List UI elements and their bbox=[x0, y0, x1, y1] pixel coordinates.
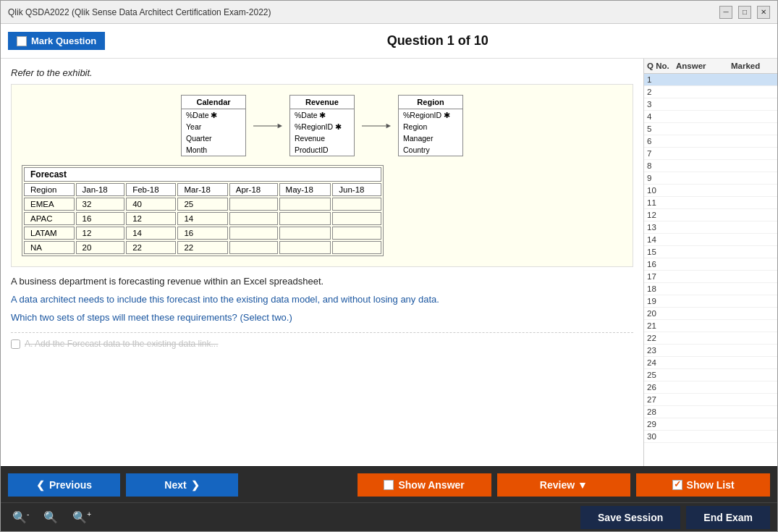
q-marked bbox=[731, 297, 774, 305]
q-num: 23 bbox=[647, 346, 676, 355]
question-list-row[interactable]: 27 bbox=[644, 394, 777, 406]
forecast-title: Forecast bbox=[24, 167, 381, 182]
question-list-row[interactable]: 10 bbox=[644, 185, 777, 197]
question-list-row[interactable]: 12 bbox=[644, 209, 777, 221]
q-marked bbox=[731, 309, 774, 318]
question-paragraph1: A business department is forecasting rev… bbox=[11, 274, 633, 290]
q-num: 12 bbox=[647, 211, 676, 219]
window-title: Qlik QSDA2022 (Qlik Sense Data Architect… bbox=[8, 7, 271, 17]
question-list-row[interactable]: 14 bbox=[644, 234, 777, 246]
question-list-row[interactable]: 20 bbox=[644, 308, 777, 320]
question-list-row[interactable]: 28 bbox=[644, 406, 777, 418]
q-num: 5 bbox=[647, 124, 676, 133]
forecast-col-jan18: Jan-18 bbox=[76, 183, 125, 196]
q-answer bbox=[676, 149, 731, 158]
q-answer bbox=[676, 383, 731, 392]
previous-label: Previous bbox=[49, 479, 92, 491]
region-row-manager: Manager bbox=[399, 132, 462, 144]
question-text: A business department is forecasting rev… bbox=[11, 274, 633, 325]
show-list-button[interactable]: ✓ Show List bbox=[636, 473, 770, 497]
q-marked bbox=[731, 346, 774, 355]
question-list-row[interactable]: 24 bbox=[644, 357, 777, 369]
q-num: 4 bbox=[647, 112, 676, 121]
question-list-row[interactable]: 13 bbox=[644, 221, 777, 234]
q-answer bbox=[676, 395, 731, 404]
answer-checkbox-partial[interactable] bbox=[11, 339, 20, 349]
question-list-row[interactable]: 7 bbox=[644, 148, 777, 160]
previous-button[interactable]: ❮ Previous bbox=[8, 473, 120, 497]
forecast-col-apr18: Apr-18 bbox=[229, 183, 278, 196]
question-list-row[interactable]: 22 bbox=[644, 332, 777, 345]
data-model-diagram: Calendar %Date ✱ Year Quarter Month Reve… bbox=[22, 95, 622, 156]
q-answer bbox=[676, 334, 731, 342]
arrow-revenue-region bbox=[362, 119, 391, 133]
right-panel: Q No. Answer Marked 12345678910111213141… bbox=[643, 59, 777, 466]
q-marked bbox=[731, 395, 774, 404]
q-marked bbox=[731, 432, 774, 441]
mark-question-label: Mark Question bbox=[31, 35, 96, 46]
review-button[interactable]: Review ▼ bbox=[497, 473, 631, 497]
question-list-row[interactable]: 25 bbox=[644, 369, 777, 381]
question-list-row[interactable]: 23 bbox=[644, 345, 777, 357]
q-num: 1 bbox=[647, 75, 676, 84]
q-answer bbox=[676, 100, 731, 109]
q-answer bbox=[676, 408, 731, 416]
question-list-row[interactable]: 15 bbox=[644, 246, 777, 258]
show-answer-button[interactable]: Show Answer bbox=[358, 473, 491, 497]
zoom-reset-button[interactable]: 🔍 bbox=[39, 509, 62, 525]
question-list-row[interactable]: 11 bbox=[644, 197, 777, 209]
question-list-row[interactable]: 8 bbox=[644, 160, 777, 172]
question-list[interactable]: 1234567891011121314151617181920212223242… bbox=[644, 74, 777, 466]
region-table-header: Region bbox=[399, 96, 462, 109]
q-num: 11 bbox=[647, 198, 676, 207]
question-list-row[interactable]: 30 bbox=[644, 431, 777, 443]
question-list-row[interactable]: 6 bbox=[644, 135, 777, 148]
q-answer bbox=[676, 420, 731, 428]
question-list-row[interactable]: 29 bbox=[644, 418, 777, 431]
q-answer bbox=[676, 346, 731, 355]
q-marked bbox=[731, 334, 774, 342]
question-list-row[interactable]: 2 bbox=[644, 86, 777, 98]
revenue-row-revenue: Revenue bbox=[290, 132, 354, 144]
zoom-out-button[interactable]: 🔍- bbox=[8, 509, 33, 525]
question-list-row[interactable]: 4 bbox=[644, 111, 777, 123]
q-answer bbox=[676, 371, 731, 379]
zoom-in-button[interactable]: 🔍+ bbox=[68, 509, 96, 525]
svg-marker-1 bbox=[278, 123, 282, 127]
svg-marker-3 bbox=[386, 123, 391, 127]
forecast-row-latam: LATAM121416 bbox=[24, 227, 381, 240]
question-list-row[interactable]: 5 bbox=[644, 123, 777, 135]
end-exam-button[interactable]: End Exam bbox=[686, 506, 770, 529]
answer-option-partial[interactable]: A. Add the Forecast data to the existing… bbox=[11, 339, 633, 349]
save-session-button[interactable]: Save Session bbox=[580, 506, 680, 529]
close-button[interactable]: ✕ bbox=[757, 6, 770, 19]
end-exam-label: End Exam bbox=[703, 512, 753, 523]
q-marked bbox=[731, 420, 774, 428]
main-window: Qlik QSDA2022 (Qlik Sense Data Architect… bbox=[0, 0, 778, 532]
question-list-row[interactable]: 26 bbox=[644, 381, 777, 394]
q-marked bbox=[731, 235, 774, 244]
main-area: Refer to the exhibit. Calendar %Date ✱ Y… bbox=[1, 59, 777, 466]
q-answer bbox=[676, 124, 731, 133]
revenue-row-regionid: %RegionID ✱ bbox=[290, 121, 354, 132]
maximize-button[interactable]: □ bbox=[738, 6, 751, 19]
question-list-row[interactable]: 19 bbox=[644, 295, 777, 308]
mark-question-button[interactable]: Mark Question bbox=[8, 32, 105, 50]
forecast-col-may18: May-18 bbox=[279, 183, 331, 196]
question-list-row[interactable]: 16 bbox=[644, 258, 777, 271]
next-button[interactable]: Next ❯ bbox=[126, 473, 238, 497]
question-list-row[interactable]: 18 bbox=[644, 283, 777, 295]
arrow-calendar-revenue bbox=[253, 119, 282, 133]
q-marked bbox=[731, 149, 774, 158]
question-list-row[interactable]: 21 bbox=[644, 320, 777, 332]
question-list-row[interactable]: 17 bbox=[644, 271, 777, 283]
q-marked bbox=[731, 124, 774, 133]
q-num: 8 bbox=[647, 161, 676, 170]
question-list-row[interactable]: 9 bbox=[644, 172, 777, 185]
question-list-row[interactable]: 3 bbox=[644, 98, 777, 111]
minimize-button[interactable]: ─ bbox=[719, 6, 732, 19]
region-row-region: Region bbox=[399, 121, 462, 132]
question-list-row[interactable]: 1 bbox=[644, 74, 777, 86]
q-marked bbox=[731, 88, 774, 96]
q-marked bbox=[731, 137, 774, 145]
